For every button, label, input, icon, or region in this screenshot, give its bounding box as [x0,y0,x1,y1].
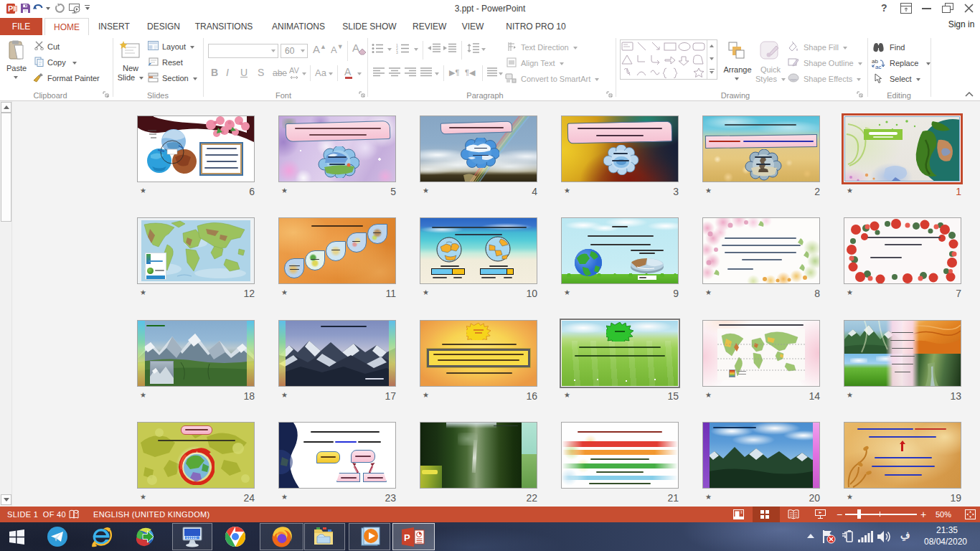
svg-text:P: P [8,4,13,13]
svg-text:P: P [404,532,410,543]
svg-text:3: 3 [396,50,398,54]
svg-text:ac: ac [875,64,881,69]
